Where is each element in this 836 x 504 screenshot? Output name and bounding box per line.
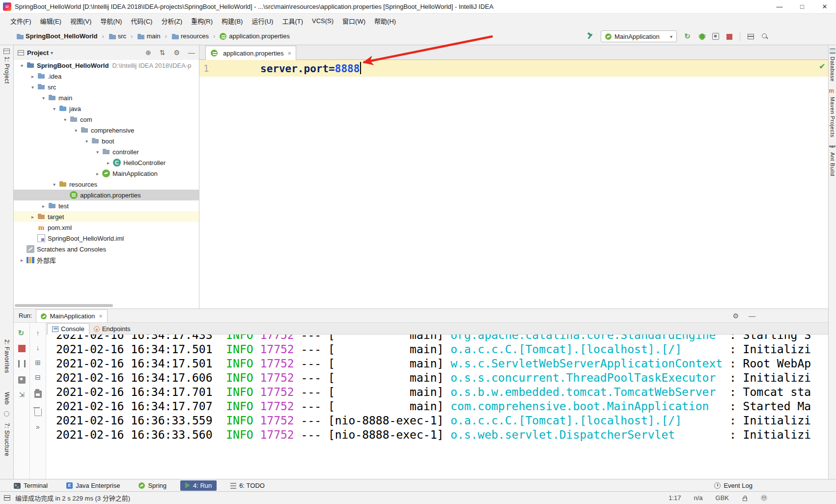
restore-layout-icon[interactable]: ⇲ — [18, 391, 26, 398]
hector-inspector-icon[interactable] — [761, 495, 767, 501]
debug-icon[interactable] — [699, 33, 705, 40]
clear-all-icon[interactable] — [34, 409, 42, 416]
settings-panels-icon[interactable] — [748, 34, 754, 39]
stripe-button-1-project[interactable]: 1: Project — [0, 45, 13, 87]
tool-button-spring[interactable]: Spring — [134, 480, 171, 491]
menu-运行-u[interactable]: 运行(U) — [247, 14, 278, 28]
tree-item-resources[interactable]: ▾resources — [14, 179, 199, 190]
breadcrumb-application-properties[interactable]: application.properties — [218, 31, 291, 41]
breadcrumb-main[interactable]: main — [136, 31, 162, 41]
menu-代码-c[interactable]: 代码(C) — [126, 14, 157, 28]
rerun-icon[interactable]: ↻ — [18, 330, 26, 337]
build-hammer-icon[interactable] — [586, 33, 593, 40]
stop-icon[interactable] — [18, 345, 26, 352]
console-tab-console[interactable]: Console — [47, 323, 89, 335]
circle-icon[interactable] — [0, 408, 13, 420]
stripe-button-ant-build[interactable]: Ant Build — [829, 140, 836, 179]
chevron-right-icon[interactable]: ▸ — [18, 257, 26, 263]
tree-item-springboot-helloworld[interactable]: ▾SpringBoot_HelloWorldD:\Intellij IDEA 2… — [14, 60, 199, 71]
star-icon[interactable] — [0, 376, 13, 389]
chevron-down-icon[interactable]: ▾ — [50, 106, 58, 112]
gear-icon[interactable]: ⚙ — [732, 312, 739, 320]
chevron-down-icon[interactable]: ▾ — [72, 128, 80, 133]
thread-dump-icon[interactable] — [18, 376, 26, 384]
tool-button-terminal[interactable]: Terminal — [9, 480, 53, 491]
tree-item-test[interactable]: ▸test — [14, 200, 199, 211]
tool-window-toggle-icon[interactable] — [4, 495, 10, 501]
code-line[interactable]: server.port=8888 — [241, 62, 361, 75]
chevron-down-icon[interactable]: ▾ — [93, 149, 102, 155]
down-stack-trace-icon[interactable]: ↓ — [34, 344, 42, 352]
gear-icon[interactable]: ⚙ — [173, 49, 180, 56]
menu-重构-r[interactable]: 重构(R) — [187, 14, 217, 28]
tree-item-target[interactable]: ▸target — [14, 211, 199, 222]
readonly-lock-icon[interactable] — [743, 498, 747, 501]
stripe-button-web[interactable]: Web — [0, 389, 13, 408]
print-icon[interactable] — [34, 391, 42, 398]
chevron-right-icon[interactable]: ▸ — [28, 74, 37, 79]
chevron-right-icon[interactable]: ▸ — [104, 160, 112, 166]
close-tab-icon[interactable]: × — [288, 50, 292, 57]
tree-item-scratches-and-consoles[interactable]: Scratches and Consoles — [14, 244, 199, 254]
tool-button-4-run[interactable]: 4: Run — [180, 480, 217, 491]
menu-文件-f[interactable]: 文件(F) — [6, 14, 36, 28]
tree-item-main[interactable]: ▾main — [14, 92, 199, 103]
tree-item-boot[interactable]: ▾boot — [14, 136, 199, 146]
pause-output-icon[interactable] — [18, 360, 26, 367]
menu-vcs-s[interactable]: VCS(S) — [307, 15, 338, 27]
menu-帮助-h[interactable]: 帮助(H) — [370, 14, 400, 28]
tree-item-idea[interactable]: ▸.idea — [14, 71, 199, 82]
editor-area[interactable]: application.properties × 1 server.port=8… — [199, 45, 828, 308]
tree-item-com[interactable]: ▾com — [14, 114, 199, 125]
tree-item-hellocontroller[interactable]: ▸CHelloController — [14, 157, 199, 168]
chevron-down-icon[interactable]: ▾ — [28, 84, 37, 90]
chevron-down-icon[interactable]: ▾ — [18, 63, 26, 68]
editor-current-line[interactable]: 1 server.port=8888 — [199, 60, 828, 77]
chevron-down-icon[interactable]: ▾ — [61, 117, 69, 122]
locate-icon[interactable]: ⊕ — [145, 49, 151, 56]
menu-窗口-w[interactable]: 窗口(W) — [338, 14, 370, 28]
chevron-down-icon[interactable]: ▾ — [39, 95, 48, 101]
console-tab-endpoints[interactable]: Endpoints — [89, 323, 135, 335]
chevron-right-icon[interactable]: ▸ — [93, 171, 102, 176]
menu-视图-v[interactable]: 视图(V) — [66, 14, 96, 28]
maximize-window-button[interactable]: □ — [791, 0, 813, 13]
collapse-all-icon[interactable]: ⊟ — [34, 374, 42, 381]
tool-button-6-todo[interactable]: 6: TODO — [225, 480, 270, 491]
stop-icon[interactable] — [726, 34, 732, 40]
tool-button-event-log[interactable]: Event Log — [709, 480, 757, 491]
inspection-ok-icon[interactable]: ✔ — [819, 62, 825, 71]
chevron-right-icon[interactable]: ▸ — [39, 203, 48, 209]
menu-构建-b[interactable]: 构建(B) — [217, 14, 247, 28]
breadcrumb-src[interactable]: src — [107, 31, 128, 41]
expand-all-icon[interactable]: ⊞ — [34, 359, 42, 366]
tree-item-application-properties[interactable]: application.properties — [14, 190, 199, 200]
search-icon[interactable] — [761, 33, 768, 40]
close-tab-icon[interactable]: × — [99, 312, 103, 320]
run-tab-mainapplication[interactable]: MainApplication × — [36, 309, 107, 322]
tree-item-pom-xml[interactable]: mpom.xml — [14, 222, 199, 233]
stripe-button-database[interactable]: Database — [829, 45, 836, 84]
stripe-button-maven-projects[interactable]: mMaven Projects — [829, 84, 836, 140]
chevron-right-icon[interactable]: ▸ — [28, 214, 37, 220]
menu-编辑-e[interactable]: 编辑(E) — [36, 14, 66, 28]
minimize-icon[interactable]: — — [188, 49, 195, 56]
run-config-combo[interactable]: MainApplication ▾ — [601, 30, 677, 42]
tab-application-properties[interactable]: application.properties × — [205, 46, 296, 60]
project-panel-title[interactable]: Project — [27, 49, 49, 56]
chevron-down-icon[interactable]: ▾ — [83, 139, 91, 144]
menu-分析-z[interactable]: 分析(Z) — [157, 14, 187, 28]
chevron-down-icon[interactable]: ▾ — [50, 182, 58, 187]
tree-item-src[interactable]: ▾src — [14, 82, 199, 92]
tree-item-java[interactable]: ▾java — [14, 103, 199, 114]
coverage-icon[interactable] — [712, 33, 719, 40]
minimize-window-button[interactable]: — — [768, 0, 791, 13]
tree-item-comprehensive[interactable]: ▾comprehensive — [14, 125, 199, 136]
rerun-icon[interactable]: ↻ — [684, 33, 691, 40]
encoding-indicator[interactable]: GBK — [716, 494, 729, 502]
minimize-icon[interactable]: — — [749, 312, 755, 320]
breadcrumb-resources[interactable]: resources — [170, 31, 210, 41]
more-actions-icon[interactable]: » — [34, 423, 42, 431]
stripe-button-7-structure[interactable]: 7: Structure — [0, 420, 13, 459]
caret-position[interactable]: 1:17 — [669, 494, 681, 502]
